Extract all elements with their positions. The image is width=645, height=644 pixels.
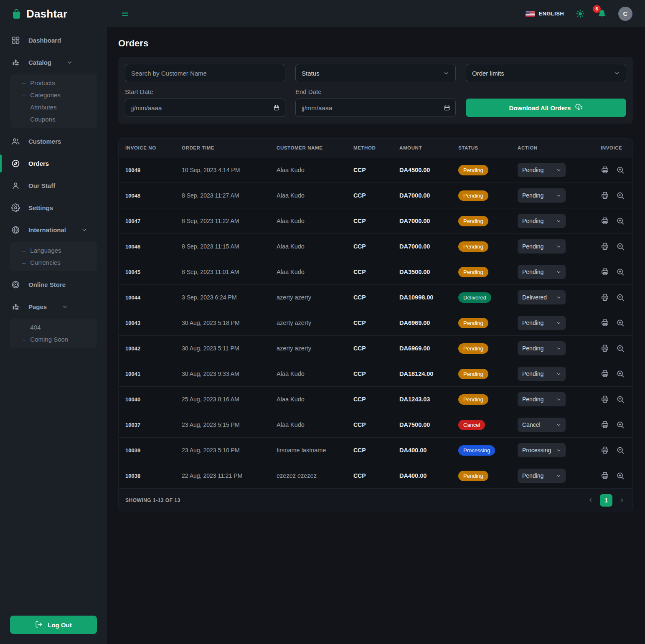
sidebar-item-label: International — [28, 226, 66, 233]
chevron-down-icon — [556, 473, 561, 479]
order-action-select[interactable]: Pending — [518, 392, 566, 406]
sidebar-subitem-categories[interactable]: –Categories — [22, 89, 97, 101]
sidebar-item-international[interactable]: International — [0, 219, 107, 241]
gear-icon — [11, 203, 20, 212]
submenu-pages: –404–Coming Soon — [10, 319, 97, 348]
logout-button[interactable]: Log Out — [10, 616, 97, 634]
table-row: 1004330 Aug, 2023 5:18 PMazerty azertyCC… — [119, 310, 632, 335]
zoom-in-icon[interactable] — [616, 191, 625, 200]
order-action-select[interactable]: Pending — [518, 316, 566, 330]
zoom-in-icon[interactable] — [616, 268, 625, 276]
cell-invoice-no: 10047 — [125, 218, 182, 224]
download-all-orders-button[interactable]: Download All Orders — [466, 99, 626, 117]
end-date-input[interactable] — [295, 99, 456, 117]
sidebar-item-catalog[interactable]: Catalog — [0, 51, 107, 74]
table-row: 1004025 Aug, 2023 8:16 AMAlaa KudoCCPDA1… — [119, 386, 632, 412]
print-icon[interactable] — [601, 421, 609, 429]
sidebar-subitem-404[interactable]: –404 — [22, 321, 97, 333]
order-action-select[interactable]: Cancel — [518, 418, 566, 432]
cell-invoice-actions — [601, 242, 629, 251]
order-action-select[interactable]: Pending — [518, 367, 566, 381]
zoom-in-icon[interactable] — [616, 421, 625, 429]
cell-method: CCP — [353, 370, 399, 377]
brand-logo: Dashtar — [0, 0, 107, 26]
cell-amount: DA400.00 — [399, 472, 458, 479]
print-icon[interactable] — [601, 293, 609, 302]
zoom-in-icon[interactable] — [616, 370, 625, 378]
print-icon[interactable] — [601, 395, 609, 403]
chevron-down-icon — [62, 304, 68, 310]
order-action-select[interactable]: Pending — [518, 163, 566, 177]
order-limits-select[interactable]: Order limits — [466, 64, 626, 82]
next-page-button[interactable] — [618, 496, 626, 504]
print-icon[interactable] — [601, 268, 609, 276]
print-icon[interactable] — [601, 446, 609, 454]
sidebar-item-online-store[interactable]: Online Store — [0, 274, 107, 296]
sidebar-subitem-languages[interactable]: –Languages — [22, 244, 97, 256]
sidebar-subitem-coming-soon[interactable]: –Coming Soon — [22, 333, 97, 345]
theme-toggle-button[interactable] — [575, 8, 586, 19]
hamburger-icon[interactable] — [119, 8, 131, 20]
zoom-in-icon[interactable] — [616, 242, 625, 251]
order-action-select[interactable]: Pending — [518, 239, 566, 254]
chevron-down-icon — [556, 397, 561, 402]
sidebar-item-orders[interactable]: Orders — [0, 152, 107, 175]
zoom-in-icon[interactable] — [616, 166, 625, 174]
order-action-select[interactable]: Pending — [518, 469, 566, 483]
previous-page-button[interactable] — [587, 496, 594, 504]
sidebar-item-our-staff[interactable]: Our Staff — [0, 175, 107, 197]
notifications-button[interactable]: 6 — [597, 8, 607, 19]
order-action-value: Pending — [522, 269, 543, 275]
sidebar-subitem-currencies[interactable]: –Currencies — [22, 256, 97, 269]
download-button-label: Download All Orders — [509, 104, 571, 112]
avatar[interactable]: C — [618, 7, 632, 21]
order-action-select[interactable]: Pending — [518, 341, 566, 355]
cell-invoice-no: 10040 — [125, 396, 182, 403]
zoom-in-icon[interactable] — [616, 446, 625, 454]
print-icon[interactable] — [601, 217, 609, 225]
zoom-in-icon[interactable] — [616, 472, 625, 480]
print-icon[interactable] — [601, 319, 609, 327]
zoom-in-icon[interactable] — [616, 344, 625, 352]
language-switcher[interactable]: ENGLISH — [526, 10, 564, 17]
cell-method: CCP — [353, 243, 399, 250]
order-action-select[interactable]: Pending — [518, 214, 566, 228]
status-filter-select[interactable]: Status — [295, 64, 456, 82]
sidebar-item-settings[interactable]: Settings — [0, 197, 107, 219]
cell-order-time: 30 Aug, 2023 5:18 PM — [182, 319, 277, 326]
cell-method: CCP — [353, 396, 399, 403]
print-icon[interactable] — [601, 472, 609, 480]
sidebar-item-customers[interactable]: Customers — [0, 130, 107, 152]
page-title: Orders — [118, 38, 633, 49]
start-date-input[interactable] — [125, 99, 285, 117]
print-icon[interactable] — [601, 166, 609, 174]
status-badge: Pending — [458, 216, 488, 226]
status-badge: Pending — [458, 471, 488, 481]
sidebar-subitem-attributes[interactable]: –Attributes — [22, 101, 97, 113]
order-action-select[interactable]: Delivered — [518, 290, 566, 304]
column-header-customer-name: Customer Name — [277, 145, 353, 150]
order-action-value: Pending — [522, 472, 543, 479]
zoom-in-icon[interactable] — [616, 395, 625, 403]
print-icon[interactable] — [601, 242, 609, 251]
zoom-in-icon[interactable] — [616, 217, 625, 225]
print-icon[interactable] — [601, 370, 609, 378]
cell-status: Pending — [458, 369, 518, 379]
page-1-button[interactable]: 1 — [600, 494, 612, 507]
zoom-in-icon[interactable] — [616, 319, 625, 327]
search-input[interactable] — [125, 64, 285, 82]
print-icon[interactable] — [601, 191, 609, 200]
users-icon — [11, 137, 20, 146]
submenu-item-label: Products — [30, 79, 55, 86]
print-icon[interactable] — [601, 344, 609, 352]
sidebar-item-label: Customers — [28, 138, 61, 145]
sidebar-item-pages[interactable]: Pages — [0, 296, 107, 318]
sidebar-subitem-products[interactable]: –Products — [22, 77, 97, 89]
sidebar-item-dashboard[interactable]: Dashboard — [0, 29, 107, 51]
order-action-select[interactable]: Processing — [518, 443, 566, 457]
order-action-select[interactable]: Pending — [518, 265, 566, 279]
sidebar-subitem-coupons[interactable]: –Coupons — [22, 113, 97, 125]
order-action-select[interactable]: Pending — [518, 188, 566, 203]
zoom-in-icon[interactable] — [616, 293, 625, 302]
cell-invoice-no: 10046 — [125, 243, 182, 250]
